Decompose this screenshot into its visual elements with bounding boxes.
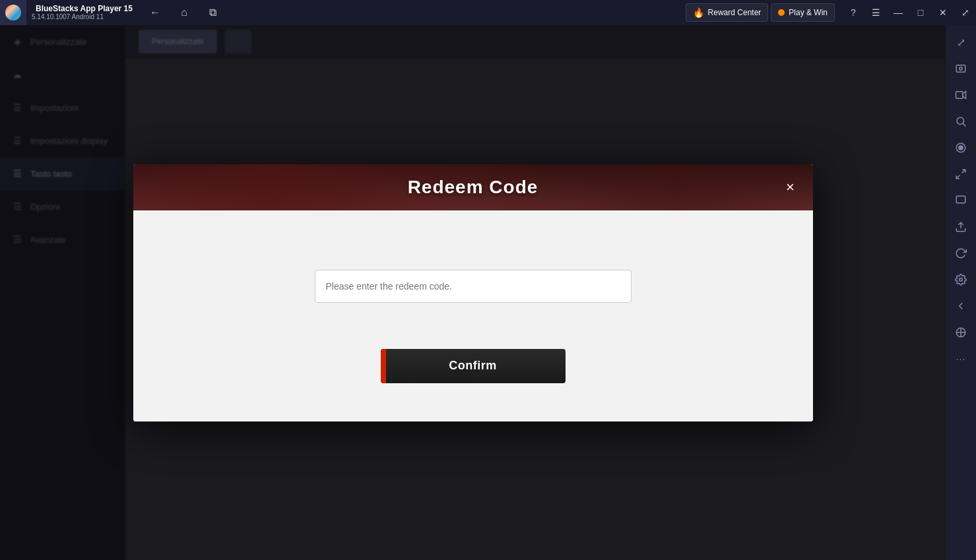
confirm-button-label: Confirm (449, 359, 497, 373)
expand-window-button[interactable]: ⤢ (955, 0, 976, 25)
title-bar-right: 🔥 Reward Center Play & Win ? ☰ — □ ✕ ⤢ (686, 0, 976, 25)
svg-point-4 (957, 117, 964, 125)
play-win-label: Play & Win (789, 8, 828, 17)
settings-right-icon[interactable] (949, 268, 973, 292)
svg-line-5 (963, 123, 965, 126)
modal-close-button[interactable]: × (779, 175, 802, 199)
help-button[interactable]: ? (843, 0, 864, 25)
svg-rect-0 (956, 65, 965, 73)
reward-center-label: Reward Center (708, 8, 762, 17)
svg-point-7 (959, 146, 963, 150)
confirm-button-red-accent (381, 349, 386, 383)
window-controls: ? ☰ — □ ✕ ⤢ (843, 0, 976, 25)
close-button[interactable]: ✕ (932, 0, 954, 25)
upload-icon[interactable] (949, 215, 973, 239)
svg-point-1 (960, 67, 963, 71)
title-bar-nav: ← ⌂ ⧉ (146, 3, 222, 22)
modal-body: Confirm (133, 210, 813, 421)
back-button[interactable]: ← (146, 3, 164, 22)
video-icon[interactable] (949, 83, 973, 107)
reward-center-button[interactable]: 🔥 Reward Center (686, 3, 769, 22)
confirm-button[interactable]: Confirm (381, 349, 566, 383)
more-options-icon[interactable]: ··· (949, 347, 973, 371)
rotate-icon[interactable] (949, 241, 973, 265)
tabs-button[interactable]: ⧉ (204, 3, 222, 22)
title-bar: BlueStacks App Player 15 5.14.10.1007 An… (0, 0, 976, 25)
search-icon[interactable] (949, 109, 973, 133)
fire-icon: 🔥 (693, 7, 704, 18)
home-button[interactable]: ⌂ (175, 3, 193, 22)
orange-circle-icon (778, 9, 785, 16)
redeem-code-input[interactable] (315, 270, 632, 303)
svg-point-12 (960, 278, 963, 282)
logo-circle (5, 5, 21, 20)
expand-icon[interactable]: ⤢ (949, 30, 973, 54)
minimize-button[interactable]: — (888, 0, 909, 25)
record-icon[interactable] (949, 136, 973, 160)
app-logo (0, 0, 26, 25)
fullscreen-icon[interactable] (949, 162, 973, 186)
menu-button[interactable]: ☰ (865, 0, 886, 25)
svg-line-8 (962, 170, 965, 173)
location-icon[interactable] (949, 321, 973, 344)
play-win-button[interactable]: Play & Win (771, 3, 835, 22)
zoom-icon[interactable] (949, 189, 973, 212)
app-version: 5.14.10.1007 Android 11 (32, 13, 133, 20)
right-sidebar: ⤢ (946, 25, 976, 560)
maximize-button[interactable]: □ (910, 0, 931, 25)
modal-header: Redeem Code × (133, 164, 813, 210)
svg-line-9 (956, 175, 960, 179)
arrow-left-icon[interactable] (949, 294, 973, 318)
screenshot-icon[interactable] (949, 57, 973, 80)
redeem-code-modal: Redeem Code × Confirm (133, 164, 813, 421)
modal-title: Redeem Code (408, 177, 538, 198)
svg-rect-2 (956, 92, 963, 99)
svg-rect-10 (956, 196, 965, 203)
app-name: BlueStacks App Player 15 (36, 5, 133, 13)
modal-wrapper: Redeem Code × Confirm (0, 25, 946, 560)
